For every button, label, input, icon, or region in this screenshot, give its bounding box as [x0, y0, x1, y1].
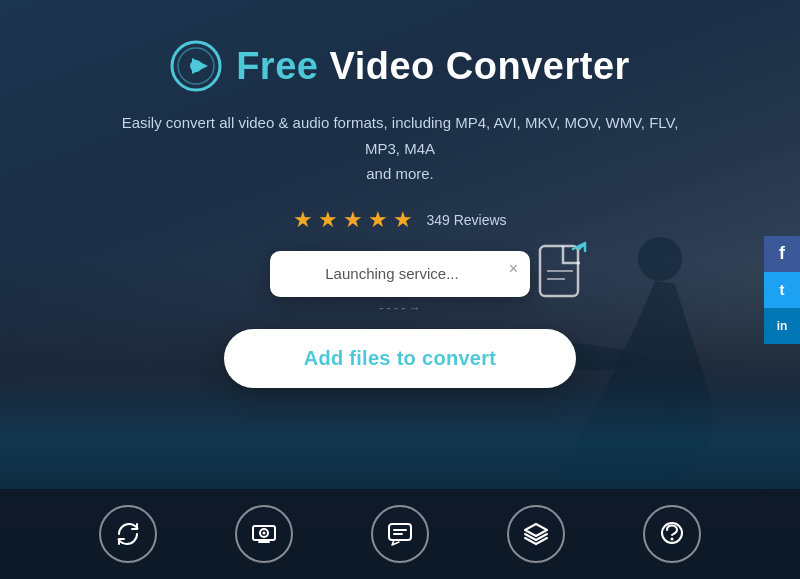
launching-toast: Launching service... × — [270, 251, 530, 297]
title-free: Free — [236, 45, 329, 87]
support-button[interactable] — [643, 505, 701, 563]
support-icon — [658, 520, 686, 548]
main-content: Free Video Converter Easily convert all … — [0, 0, 800, 388]
linkedin-button[interactable]: in — [764, 308, 800, 344]
ratings-row: ★ ★ ★ ★ ★ 349 Reviews — [293, 207, 506, 233]
add-files-button[interactable]: Add files to convert — [224, 329, 577, 388]
svg-point-17 — [671, 538, 674, 541]
title-main: Video Converter — [329, 45, 629, 87]
toast-container: Launching service... × - - - - → — [270, 251, 530, 315]
twitter-icon: t — [780, 281, 785, 298]
messages-button[interactable] — [371, 505, 429, 563]
convert-icon — [114, 520, 142, 548]
messages-icon — [386, 520, 414, 548]
facebook-button[interactable]: f — [764, 236, 800, 272]
layers-icon — [522, 520, 550, 548]
svg-rect-13 — [389, 524, 411, 540]
bottom-toolbar — [0, 489, 800, 579]
star-3: ★ — [343, 207, 363, 233]
toast-close-button[interactable]: × — [509, 261, 518, 277]
app-logo-icon — [170, 40, 222, 92]
dashed-arrow: - - - - → — [270, 301, 530, 315]
star-4: ★ — [368, 207, 388, 233]
twitter-button[interactable]: t — [764, 272, 800, 308]
reviews-count: 349 Reviews — [426, 212, 506, 228]
file-icon-float — [535, 241, 590, 310]
star-5: ★ — [393, 207, 413, 233]
app-title: Free Video Converter — [236, 45, 630, 88]
linkedin-icon: in — [777, 319, 788, 333]
screen-recorder-icon — [250, 520, 278, 548]
convert-tool-button[interactable] — [99, 505, 157, 563]
star-2: ★ — [318, 207, 338, 233]
layers-button[interactable] — [507, 505, 565, 563]
subtitle-text: Easily convert all video & audio formats… — [110, 110, 690, 187]
star-1: ★ — [293, 207, 313, 233]
toast-message: Launching service... — [325, 265, 458, 282]
title-row: Free Video Converter — [170, 40, 630, 92]
social-sidebar: f t in — [764, 236, 800, 344]
svg-point-12 — [263, 532, 266, 535]
facebook-icon: f — [779, 243, 785, 264]
screen-recorder-button[interactable] — [235, 505, 293, 563]
